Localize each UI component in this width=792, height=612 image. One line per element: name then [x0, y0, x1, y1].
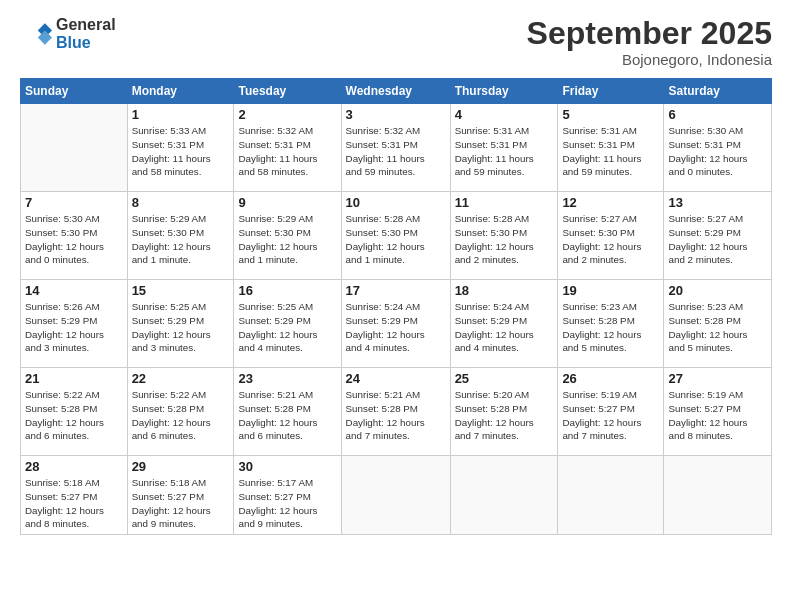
- day-info: Sunrise: 5:32 AMSunset: 5:31 PMDaylight:…: [346, 124, 446, 179]
- day-info: Sunrise: 5:24 AMSunset: 5:29 PMDaylight:…: [346, 300, 446, 355]
- day-number: 21: [25, 371, 123, 386]
- table-row: [341, 456, 450, 535]
- day-info: Sunrise: 5:28 AMSunset: 5:30 PMDaylight:…: [455, 212, 554, 267]
- table-row: 29Sunrise: 5:18 AMSunset: 5:27 PMDayligh…: [127, 456, 234, 535]
- day-info: Sunrise: 5:22 AMSunset: 5:28 PMDaylight:…: [25, 388, 123, 443]
- table-row: 10Sunrise: 5:28 AMSunset: 5:30 PMDayligh…: [341, 192, 450, 280]
- day-number: 22: [132, 371, 230, 386]
- table-row: 11Sunrise: 5:28 AMSunset: 5:30 PMDayligh…: [450, 192, 558, 280]
- col-friday: Friday: [558, 79, 664, 104]
- table-row: 13Sunrise: 5:27 AMSunset: 5:29 PMDayligh…: [664, 192, 772, 280]
- col-sunday: Sunday: [21, 79, 128, 104]
- day-number: 17: [346, 283, 446, 298]
- day-info: Sunrise: 5:27 AMSunset: 5:30 PMDaylight:…: [562, 212, 659, 267]
- logo-icon: [20, 18, 52, 50]
- table-row: 30Sunrise: 5:17 AMSunset: 5:27 PMDayligh…: [234, 456, 341, 535]
- day-number: 27: [668, 371, 767, 386]
- day-info: Sunrise: 5:28 AMSunset: 5:30 PMDaylight:…: [346, 212, 446, 267]
- page: General Blue September 2025 Bojonegoro, …: [0, 0, 792, 612]
- table-row: 5Sunrise: 5:31 AMSunset: 5:31 PMDaylight…: [558, 104, 664, 192]
- table-row: 14Sunrise: 5:26 AMSunset: 5:29 PMDayligh…: [21, 280, 128, 368]
- day-number: 9: [238, 195, 336, 210]
- day-number: 14: [25, 283, 123, 298]
- day-info: Sunrise: 5:25 AMSunset: 5:29 PMDaylight:…: [238, 300, 336, 355]
- table-row: 24Sunrise: 5:21 AMSunset: 5:28 PMDayligh…: [341, 368, 450, 456]
- table-row: 25Sunrise: 5:20 AMSunset: 5:28 PMDayligh…: [450, 368, 558, 456]
- day-number: 26: [562, 371, 659, 386]
- table-row: [450, 456, 558, 535]
- day-info: Sunrise: 5:22 AMSunset: 5:28 PMDaylight:…: [132, 388, 230, 443]
- table-row: 18Sunrise: 5:24 AMSunset: 5:29 PMDayligh…: [450, 280, 558, 368]
- day-info: Sunrise: 5:18 AMSunset: 5:27 PMDaylight:…: [132, 476, 230, 531]
- day-number: 11: [455, 195, 554, 210]
- table-row: 2Sunrise: 5:32 AMSunset: 5:31 PMDaylight…: [234, 104, 341, 192]
- day-number: 10: [346, 195, 446, 210]
- day-info: Sunrise: 5:30 AMSunset: 5:30 PMDaylight:…: [25, 212, 123, 267]
- day-number: 12: [562, 195, 659, 210]
- table-row: 17Sunrise: 5:24 AMSunset: 5:29 PMDayligh…: [341, 280, 450, 368]
- day-number: 28: [25, 459, 123, 474]
- day-info: Sunrise: 5:25 AMSunset: 5:29 PMDaylight:…: [132, 300, 230, 355]
- day-info: Sunrise: 5:31 AMSunset: 5:31 PMDaylight:…: [562, 124, 659, 179]
- day-number: 6: [668, 107, 767, 122]
- day-number: 4: [455, 107, 554, 122]
- table-row: [558, 456, 664, 535]
- table-row: 12Sunrise: 5:27 AMSunset: 5:30 PMDayligh…: [558, 192, 664, 280]
- day-number: 25: [455, 371, 554, 386]
- table-row: 19Sunrise: 5:23 AMSunset: 5:28 PMDayligh…: [558, 280, 664, 368]
- table-row: 21Sunrise: 5:22 AMSunset: 5:28 PMDayligh…: [21, 368, 128, 456]
- table-row: 3Sunrise: 5:32 AMSunset: 5:31 PMDaylight…: [341, 104, 450, 192]
- day-number: 1: [132, 107, 230, 122]
- calendar-header-row: Sunday Monday Tuesday Wednesday Thursday…: [21, 79, 772, 104]
- day-number: 18: [455, 283, 554, 298]
- day-info: Sunrise: 5:24 AMSunset: 5:29 PMDaylight:…: [455, 300, 554, 355]
- table-row: 7Sunrise: 5:30 AMSunset: 5:30 PMDaylight…: [21, 192, 128, 280]
- table-row: 6Sunrise: 5:30 AMSunset: 5:31 PMDaylight…: [664, 104, 772, 192]
- table-row: 20Sunrise: 5:23 AMSunset: 5:28 PMDayligh…: [664, 280, 772, 368]
- day-number: 2: [238, 107, 336, 122]
- table-row: 27Sunrise: 5:19 AMSunset: 5:27 PMDayligh…: [664, 368, 772, 456]
- day-number: 8: [132, 195, 230, 210]
- svg-marker-1: [38, 30, 52, 44]
- day-info: Sunrise: 5:20 AMSunset: 5:28 PMDaylight:…: [455, 388, 554, 443]
- col-tuesday: Tuesday: [234, 79, 341, 104]
- table-row: 9Sunrise: 5:29 AMSunset: 5:30 PMDaylight…: [234, 192, 341, 280]
- table-row: 4Sunrise: 5:31 AMSunset: 5:31 PMDaylight…: [450, 104, 558, 192]
- table-row: 15Sunrise: 5:25 AMSunset: 5:29 PMDayligh…: [127, 280, 234, 368]
- table-row: [664, 456, 772, 535]
- day-number: 15: [132, 283, 230, 298]
- day-info: Sunrise: 5:23 AMSunset: 5:28 PMDaylight:…: [668, 300, 767, 355]
- day-info: Sunrise: 5:29 AMSunset: 5:30 PMDaylight:…: [132, 212, 230, 267]
- title-block: September 2025 Bojonegoro, Indonesia: [527, 16, 772, 68]
- col-wednesday: Wednesday: [341, 79, 450, 104]
- day-number: 19: [562, 283, 659, 298]
- day-number: 13: [668, 195, 767, 210]
- col-saturday: Saturday: [664, 79, 772, 104]
- table-row: 23Sunrise: 5:21 AMSunset: 5:28 PMDayligh…: [234, 368, 341, 456]
- logo: General Blue: [20, 16, 116, 52]
- day-number: 23: [238, 371, 336, 386]
- day-info: Sunrise: 5:33 AMSunset: 5:31 PMDaylight:…: [132, 124, 230, 179]
- day-info: Sunrise: 5:30 AMSunset: 5:31 PMDaylight:…: [668, 124, 767, 179]
- day-info: Sunrise: 5:21 AMSunset: 5:28 PMDaylight:…: [238, 388, 336, 443]
- day-info: Sunrise: 5:19 AMSunset: 5:27 PMDaylight:…: [562, 388, 659, 443]
- day-number: 16: [238, 283, 336, 298]
- day-number: 5: [562, 107, 659, 122]
- day-info: Sunrise: 5:32 AMSunset: 5:31 PMDaylight:…: [238, 124, 336, 179]
- header: General Blue September 2025 Bojonegoro, …: [20, 16, 772, 68]
- day-number: 29: [132, 459, 230, 474]
- day-info: Sunrise: 5:29 AMSunset: 5:30 PMDaylight:…: [238, 212, 336, 267]
- day-info: Sunrise: 5:27 AMSunset: 5:29 PMDaylight:…: [668, 212, 767, 267]
- day-info: Sunrise: 5:31 AMSunset: 5:31 PMDaylight:…: [455, 124, 554, 179]
- day-number: 3: [346, 107, 446, 122]
- calendar-table: Sunday Monday Tuesday Wednesday Thursday…: [20, 78, 772, 535]
- day-number: 30: [238, 459, 336, 474]
- location-subtitle: Bojonegoro, Indonesia: [527, 51, 772, 68]
- day-number: 20: [668, 283, 767, 298]
- day-info: Sunrise: 5:26 AMSunset: 5:29 PMDaylight:…: [25, 300, 123, 355]
- table-row: [21, 104, 128, 192]
- table-row: 1Sunrise: 5:33 AMSunset: 5:31 PMDaylight…: [127, 104, 234, 192]
- logo-text: General Blue: [56, 16, 116, 52]
- day-number: 7: [25, 195, 123, 210]
- table-row: 22Sunrise: 5:22 AMSunset: 5:28 PMDayligh…: [127, 368, 234, 456]
